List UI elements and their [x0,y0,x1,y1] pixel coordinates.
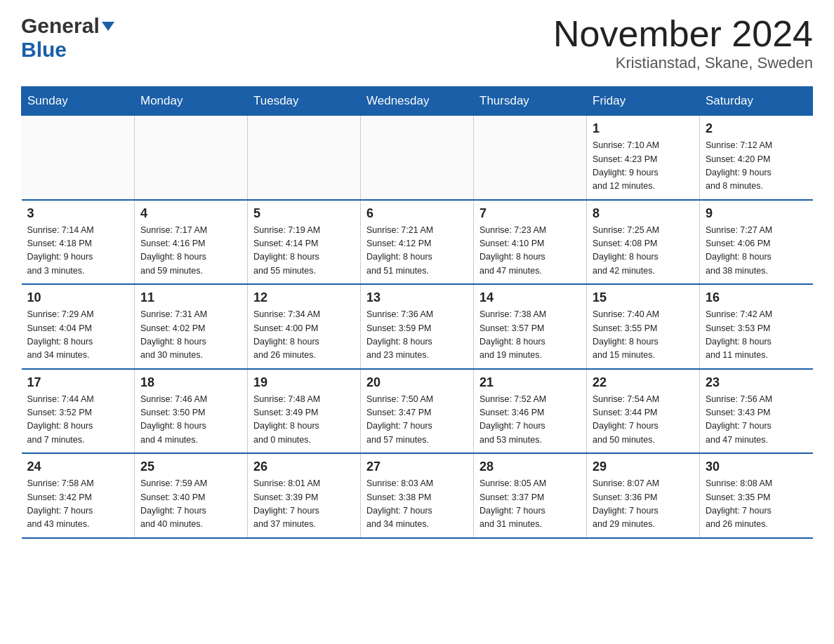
calendar-cell: 7Sunrise: 7:23 AMSunset: 4:10 PMDaylight… [474,200,587,285]
calendar-cell: 30Sunrise: 8:08 AMSunset: 3:35 PMDayligh… [700,453,813,538]
calendar-cell: 27Sunrise: 8:03 AMSunset: 3:38 PMDayligh… [361,453,474,538]
calendar-cell: 9Sunrise: 7:27 AMSunset: 4:06 PMDaylight… [700,200,813,285]
weekday-header-sunday: Sunday [22,87,135,116]
calendar-cell: 4Sunrise: 7:17 AMSunset: 4:16 PMDaylight… [135,200,248,285]
day-info: Sunrise: 7:34 AMSunset: 4:00 PMDaylight:… [253,308,355,363]
day-number: 2 [706,121,807,136]
calendar-cell: 24Sunrise: 7:58 AMSunset: 3:42 PMDayligh… [22,453,135,538]
day-number: 29 [593,459,694,474]
day-number: 22 [593,375,694,390]
day-number: 28 [479,459,581,474]
week-row-2: 3Sunrise: 7:14 AMSunset: 4:18 PMDaylight… [22,200,813,285]
day-number: 12 [253,290,355,305]
day-number: 11 [140,290,241,305]
day-info: Sunrise: 8:07 AMSunset: 3:36 PMDaylight:… [593,477,694,532]
day-number: 16 [706,290,807,305]
day-info: Sunrise: 8:01 AMSunset: 3:39 PMDaylight:… [253,477,355,532]
day-number: 19 [253,375,355,390]
day-info: Sunrise: 7:31 AMSunset: 4:02 PMDaylight:… [140,308,241,363]
day-number: 5 [253,206,355,221]
day-info: Sunrise: 7:25 AMSunset: 4:08 PMDaylight:… [593,224,694,279]
day-number: 8 [593,206,694,221]
calendar-cell: 6Sunrise: 7:21 AMSunset: 4:12 PMDaylight… [361,200,474,285]
month-title: November 2024 [553,14,813,54]
week-row-3: 10Sunrise: 7:29 AMSunset: 4:04 PMDayligh… [22,284,813,369]
calendar-cell: 13Sunrise: 7:36 AMSunset: 3:59 PMDayligh… [361,284,474,369]
day-number: 27 [366,459,468,474]
logo-general-text: General [21,14,100,38]
day-number: 25 [140,459,241,474]
calendar-table: SundayMondayTuesdayWednesdayThursdayFrid… [21,86,813,539]
calendar-cell: 19Sunrise: 7:48 AMSunset: 3:49 PMDayligh… [248,369,361,454]
day-info: Sunrise: 7:29 AMSunset: 4:04 PMDaylight:… [27,308,129,363]
calendar-cell: 17Sunrise: 7:44 AMSunset: 3:52 PMDayligh… [22,369,135,454]
calendar-cell: 8Sunrise: 7:25 AMSunset: 4:08 PMDaylight… [587,200,700,285]
day-info: Sunrise: 7:36 AMSunset: 3:59 PMDaylight:… [366,308,468,363]
location-title: Kristianstad, Skane, Sweden [553,54,813,72]
calendar-cell [248,116,361,200]
day-info: Sunrise: 7:12 AMSunset: 4:20 PMDaylight:… [706,139,807,194]
calendar-cell: 25Sunrise: 7:59 AMSunset: 3:40 PMDayligh… [135,453,248,538]
calendar-cell: 11Sunrise: 7:31 AMSunset: 4:02 PMDayligh… [135,284,248,369]
day-number: 7 [479,206,581,221]
day-number: 17 [27,375,129,390]
day-info: Sunrise: 7:48 AMSunset: 3:49 PMDaylight:… [253,393,355,448]
day-number: 30 [706,459,807,474]
weekday-header-wednesday: Wednesday [361,87,474,116]
weekday-header-thursday: Thursday [474,87,587,116]
day-number: 13 [366,290,468,305]
weekday-header-row: SundayMondayTuesdayWednesdayThursdayFrid… [22,87,813,116]
day-info: Sunrise: 7:52 AMSunset: 3:46 PMDaylight:… [479,393,581,448]
day-info: Sunrise: 7:40 AMSunset: 3:55 PMDaylight:… [593,308,694,363]
day-info: Sunrise: 7:50 AMSunset: 3:47 PMDaylight:… [366,393,468,448]
day-number: 18 [140,375,241,390]
day-info: Sunrise: 7:42 AMSunset: 3:53 PMDaylight:… [706,308,807,363]
calendar-cell: 29Sunrise: 8:07 AMSunset: 3:36 PMDayligh… [587,453,700,538]
calendar-cell [361,116,474,200]
day-number: 23 [706,375,807,390]
day-info: Sunrise: 7:44 AMSunset: 3:52 PMDaylight:… [27,393,129,448]
day-number: 21 [479,375,581,390]
day-number: 4 [140,206,241,221]
week-row-5: 24Sunrise: 7:58 AMSunset: 3:42 PMDayligh… [22,453,813,538]
weekday-header-monday: Monday [135,87,248,116]
calendar-cell [474,116,587,200]
calendar-cell: 1Sunrise: 7:10 AMSunset: 4:23 PMDaylight… [587,116,700,200]
calendar-cell: 26Sunrise: 8:01 AMSunset: 3:39 PMDayligh… [248,453,361,538]
day-info: Sunrise: 7:17 AMSunset: 4:16 PMDaylight:… [140,224,241,279]
day-info: Sunrise: 7:10 AMSunset: 4:23 PMDaylight:… [593,139,694,194]
weekday-header-saturday: Saturday [700,87,813,116]
day-info: Sunrise: 7:23 AMSunset: 4:10 PMDaylight:… [479,224,581,279]
calendar-cell: 22Sunrise: 7:54 AMSunset: 3:44 PMDayligh… [587,369,700,454]
day-info: Sunrise: 7:19 AMSunset: 4:14 PMDaylight:… [253,224,355,279]
day-info: Sunrise: 7:21 AMSunset: 4:12 PMDaylight:… [366,224,468,279]
day-number: 3 [27,206,129,221]
calendar-cell: 20Sunrise: 7:50 AMSunset: 3:47 PMDayligh… [361,369,474,454]
day-number: 24 [27,459,129,474]
title-block: November 2024 Kristianstad, Skane, Swede… [553,14,813,72]
calendar-cell: 10Sunrise: 7:29 AMSunset: 4:04 PMDayligh… [22,284,135,369]
day-number: 15 [593,290,694,305]
calendar-cell: 15Sunrise: 7:40 AMSunset: 3:55 PMDayligh… [587,284,700,369]
day-number: 10 [27,290,129,305]
day-info: Sunrise: 8:05 AMSunset: 3:37 PMDaylight:… [479,477,581,532]
day-number: 20 [366,375,468,390]
day-number: 1 [593,121,694,136]
calendar-cell: 28Sunrise: 8:05 AMSunset: 3:37 PMDayligh… [474,453,587,538]
day-info: Sunrise: 7:27 AMSunset: 4:06 PMDaylight:… [706,224,807,279]
page-header: General Blue November 2024 Kristianstad,… [21,14,813,72]
calendar-cell: 3Sunrise: 7:14 AMSunset: 4:18 PMDaylight… [22,200,135,285]
calendar-cell: 14Sunrise: 7:38 AMSunset: 3:57 PMDayligh… [474,284,587,369]
calendar-cell [22,116,135,200]
calendar-cell: 2Sunrise: 7:12 AMSunset: 4:20 PMDaylight… [700,116,813,200]
day-info: Sunrise: 7:59 AMSunset: 3:40 PMDaylight:… [140,477,241,532]
day-info: Sunrise: 7:46 AMSunset: 3:50 PMDaylight:… [140,393,241,448]
calendar-cell: 23Sunrise: 7:56 AMSunset: 3:43 PMDayligh… [700,369,813,454]
logo-arrow-icon [102,22,114,31]
calendar-cell: 18Sunrise: 7:46 AMSunset: 3:50 PMDayligh… [135,369,248,454]
day-number: 14 [479,290,581,305]
day-info: Sunrise: 7:54 AMSunset: 3:44 PMDaylight:… [593,393,694,448]
calendar-cell: 16Sunrise: 7:42 AMSunset: 3:53 PMDayligh… [700,284,813,369]
calendar-cell: 5Sunrise: 7:19 AMSunset: 4:14 PMDaylight… [248,200,361,285]
logo-blue-text: Blue [21,38,67,61]
